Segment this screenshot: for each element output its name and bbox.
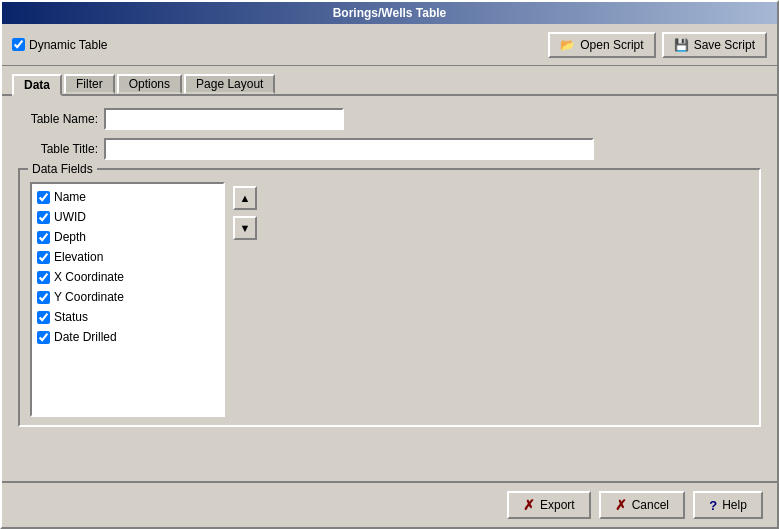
field-label: UWID (54, 208, 86, 226)
data-fields-group: Data Fields NameUWIDDepthElevationX Coor… (18, 168, 761, 427)
field-label: Elevation (54, 248, 103, 266)
tab-page-layout[interactable]: Page Layout (184, 74, 275, 94)
arrow-buttons: ▲ ▼ (233, 186, 257, 240)
dynamic-table-label: Dynamic Table (29, 38, 107, 52)
table-name-label: Table Name: (18, 112, 98, 126)
field-label: Name (54, 188, 86, 206)
tab-filter-label: Filter (76, 77, 103, 91)
move-down-button[interactable]: ▼ (233, 216, 257, 240)
table-name-row: Table Name: (18, 108, 761, 130)
tab-options[interactable]: Options (117, 74, 182, 94)
open-script-button[interactable]: 📂 Open Script (548, 32, 655, 58)
table-title-row: Table Title: (18, 138, 761, 160)
save-script-label: Save Script (694, 38, 755, 52)
field-label: Date Drilled (54, 328, 117, 346)
cancel-button[interactable]: ✗ Cancel (599, 491, 685, 519)
tabs-bar: Data Filter Options Page Layout (2, 66, 777, 96)
open-script-label: Open Script (580, 38, 643, 52)
table-title-label: Table Title: (18, 142, 98, 156)
list-item[interactable]: UWID (35, 207, 220, 227)
data-fields-inner: NameUWIDDepthElevationX CoordinateY Coor… (30, 182, 749, 417)
help-icon: ? (709, 498, 717, 513)
toolbar-left: Dynamic Table (12, 38, 107, 52)
list-item[interactable]: Status (35, 307, 220, 327)
save-script-icon: 💾 (674, 38, 689, 52)
tab-options-label: Options (129, 77, 170, 91)
toolbar: Dynamic Table 📂 Open Script 💾 Save Scrip… (2, 24, 777, 66)
tab-filter[interactable]: Filter (64, 74, 115, 94)
cancel-label: Cancel (632, 498, 669, 512)
field-checkbox-4[interactable] (37, 271, 50, 284)
list-item[interactable]: X Coordinate (35, 267, 220, 287)
field-label: X Coordinate (54, 268, 124, 286)
list-item[interactable]: Y Coordinate (35, 287, 220, 307)
save-script-button[interactable]: 💾 Save Script (662, 32, 767, 58)
data-fields-list[interactable]: NameUWIDDepthElevationX CoordinateY Coor… (30, 182, 225, 417)
main-window: Borings/Wells Table Dynamic Table 📂 Open… (0, 0, 779, 529)
tab-content: Table Name: Table Title: Data Fields Nam… (2, 96, 777, 481)
cancel-icon: ✗ (615, 497, 627, 513)
field-checkbox-3[interactable] (37, 251, 50, 264)
field-checkbox-7[interactable] (37, 331, 50, 344)
data-fields-legend: Data Fields (28, 162, 97, 176)
field-checkbox-5[interactable] (37, 291, 50, 304)
toolbar-right: 📂 Open Script 💾 Save Script (548, 32, 767, 58)
list-item[interactable]: Elevation (35, 247, 220, 267)
field-checkbox-1[interactable] (37, 211, 50, 224)
table-name-input[interactable] (104, 108, 344, 130)
export-button[interactable]: ✗ Export (507, 491, 591, 519)
move-up-button[interactable]: ▲ (233, 186, 257, 210)
export-label: Export (540, 498, 575, 512)
field-label: Depth (54, 228, 86, 246)
tab-data[interactable]: Data (12, 74, 62, 96)
list-item[interactable]: Depth (35, 227, 220, 247)
field-checkbox-0[interactable] (37, 191, 50, 204)
field-checkbox-6[interactable] (37, 311, 50, 324)
tab-page-layout-label: Page Layout (196, 77, 263, 91)
table-title-input[interactable] (104, 138, 594, 160)
list-item[interactable]: Date Drilled (35, 327, 220, 347)
help-label: Help (722, 498, 747, 512)
title-bar: Borings/Wells Table (2, 2, 777, 24)
footer: ✗ Export ✗ Cancel ? Help (2, 481, 777, 527)
field-checkbox-2[interactable] (37, 231, 50, 244)
help-button[interactable]: ? Help (693, 491, 763, 519)
field-label: Status (54, 308, 88, 326)
field-label: Y Coordinate (54, 288, 124, 306)
export-icon: ✗ (523, 497, 535, 513)
open-script-icon: 📂 (560, 38, 575, 52)
window-title: Borings/Wells Table (333, 6, 447, 20)
tab-data-label: Data (24, 78, 50, 92)
dynamic-table-checkbox[interactable] (12, 38, 25, 51)
dynamic-table-checkbox-label[interactable]: Dynamic Table (12, 38, 107, 52)
list-item[interactable]: Name (35, 187, 220, 207)
